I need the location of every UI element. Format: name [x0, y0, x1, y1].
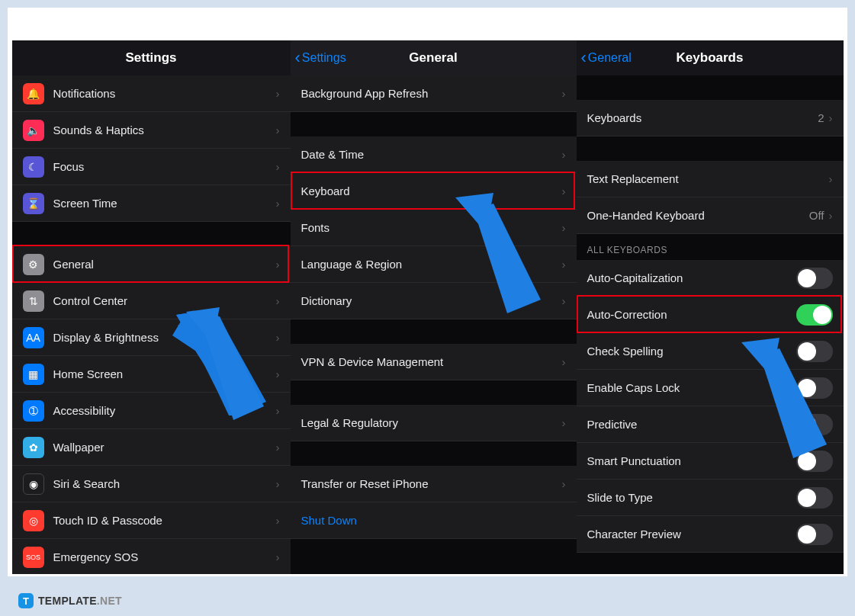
row-label: Auto-Capitalization [587, 271, 796, 284]
row-label: Enable Caps Lock [587, 381, 796, 394]
screenshot-composite: Settings 🔔Notifications›🔈Sounds & Haptic… [12, 40, 844, 574]
row-screen-time[interactable]: ⌛Screen Time› [12, 185, 291, 222]
chevron-left-icon: ‹ [295, 50, 301, 66]
chevron-right-icon: › [276, 514, 280, 527]
row-home-screen[interactable]: ▦Home Screen› [12, 356, 291, 393]
row-sounds-haptics[interactable]: 🔈Sounds & Haptics› [12, 112, 291, 149]
toggle-enable-caps-lock[interactable] [796, 377, 833, 399]
chevron-right-icon: › [562, 87, 566, 100]
row-label: Siri & Search [53, 477, 276, 490]
row-general[interactable]: ⚙General› [12, 246, 291, 283]
row-label: Control Center [53, 294, 276, 307]
row-label: One-Handed Keyboard [587, 209, 809, 222]
chevron-right-icon: › [562, 355, 566, 368]
chevron-right-icon: › [276, 404, 280, 417]
back-to-settings[interactable]: ‹ Settings [295, 50, 346, 66]
sos-icon: SOS [23, 547, 44, 568]
row-label: VPN & Device Management [301, 355, 562, 368]
watermark-suffix: .NET [97, 595, 122, 607]
aa-icon: AA [23, 327, 44, 348]
toggle-predictive[interactable] [796, 414, 833, 435]
settings-panel: Settings 🔔Notifications›🔈Sounds & Haptic… [12, 40, 291, 574]
row-vpn-device-management[interactable]: VPN & Device Management› [291, 344, 577, 380]
chevron-right-icon: › [276, 367, 280, 380]
chevron-right-icon: › [562, 184, 566, 197]
chevron-right-icon: › [276, 294, 280, 307]
bell-icon: 🔔 [23, 83, 44, 104]
section-all-keyboards: ALL KEYBOARDS [577, 234, 844, 260]
chevron-right-icon: › [276, 160, 280, 173]
chevron-left-icon: ‹ [581, 50, 587, 66]
row-notifications[interactable]: 🔔Notifications› [12, 75, 291, 112]
row-label: Keyboard [301, 184, 562, 197]
row-siri-search[interactable]: ◉Siri & Search› [12, 466, 291, 502]
row-predictive[interactable]: Predictive [577, 406, 844, 443]
row-text-replacement[interactable]: Text Replacement› [577, 161, 844, 197]
toggle-check-spelling[interactable] [796, 341, 833, 362]
row-background-app-refresh[interactable]: Background App Refresh› [291, 75, 577, 112]
grid-icon: ▦ [23, 364, 44, 385]
chevron-right-icon: › [562, 148, 566, 161]
row-legal-regulatory[interactable]: Legal & Regulatory› [291, 405, 577, 441]
row-label: Screen Time [53, 197, 276, 210]
chevron-right-icon: › [562, 477, 566, 490]
row-label: General [53, 258, 276, 271]
settings-title: Settings [125, 50, 176, 66]
row-label: Legal & Regulatory [301, 416, 562, 429]
toggle-auto-correction[interactable] [796, 304, 833, 326]
chevron-right-icon: › [276, 477, 280, 490]
row-accessibility[interactable]: ➀Accessibility› [12, 393, 291, 429]
general-header: ‹ Settings General [291, 40, 577, 75]
moon-icon: ☾ [23, 156, 44, 178]
row-shut-down[interactable]: Shut Down [291, 502, 577, 539]
row-display-brightness[interactable]: AADisplay & Brightness› [12, 319, 291, 356]
row-character-preview[interactable]: Character Preview [577, 516, 844, 553]
row-keyboard[interactable]: Keyboard› [291, 173, 577, 210]
toggle-slide-to-type[interactable] [796, 487, 833, 509]
row-check-spelling[interactable]: Check Spelling [577, 333, 844, 370]
back-label: Settings [302, 51, 346, 65]
chevron-right-icon: › [829, 111, 833, 124]
row-label: Home Screen [53, 367, 276, 380]
row-label: Transfer or Reset iPhone [301, 477, 562, 490]
toggle-auto-capitalization[interactable] [796, 268, 833, 289]
row-dictionary[interactable]: Dictionary› [291, 283, 577, 319]
watermark: T TEMPLATE.NET [18, 593, 122, 608]
row-label: Language & Region [301, 258, 562, 271]
row-label: Focus [53, 160, 276, 173]
row-wallpaper[interactable]: ✿Wallpaper› [12, 429, 291, 466]
row-keyboards[interactable]: Keyboards2› [577, 100, 844, 136]
row-value: Off [809, 209, 824, 222]
row-touch-id-passcode[interactable]: ◎Touch ID & Passcode› [12, 502, 291, 539]
row-smart-punctuation[interactable]: Smart Punctuation [577, 443, 844, 480]
back-to-general[interactable]: ‹ General [581, 50, 632, 66]
row-label: Fonts [301, 221, 562, 234]
row-label: Notifications [53, 87, 276, 100]
row-date-time[interactable]: Date & Time› [291, 136, 577, 173]
row-fonts[interactable]: Fonts› [291, 210, 577, 246]
person-icon: ➀ [23, 400, 44, 422]
row-enable-caps-lock[interactable]: Enable Caps Lock [577, 370, 844, 406]
row-language-region[interactable]: Language & Region› [291, 246, 577, 283]
row-transfer-or-reset-iphone[interactable]: Transfer or Reset iPhone› [291, 466, 577, 502]
row-focus[interactable]: ☾Focus› [12, 149, 291, 185]
chevron-right-icon: › [562, 416, 566, 429]
toggle-smart-punctuation[interactable] [796, 451, 833, 472]
row-label: Dictionary [301, 294, 562, 307]
row-one-handed-keyboard[interactable]: One-Handed KeyboardOff› [577, 197, 844, 234]
settings-header: Settings [12, 40, 291, 75]
row-value: 2 [818, 111, 824, 124]
keyboards-panel: ‹ General Keyboards Keyboards2› Text Rep… [577, 40, 844, 574]
toggle-character-preview[interactable] [796, 524, 833, 545]
row-label: Sounds & Haptics [53, 124, 276, 136]
row-label: Date & Time [301, 148, 562, 161]
watermark-badge: T [18, 593, 34, 608]
row-slide-to-type[interactable]: Slide to Type [577, 480, 844, 516]
chevron-right-icon: › [562, 221, 566, 234]
row-emergency-sos[interactable]: SOSEmergency SOS› [12, 539, 291, 574]
speaker-icon: 🔈 [23, 120, 44, 141]
row-control-center[interactable]: ⇅Control Center› [12, 283, 291, 319]
row-label: Slide to Type [587, 491, 796, 504]
row-auto-capitalization[interactable]: Auto-Capitalization [577, 260, 844, 297]
row-auto-correction[interactable]: Auto-Correction [577, 297, 844, 333]
